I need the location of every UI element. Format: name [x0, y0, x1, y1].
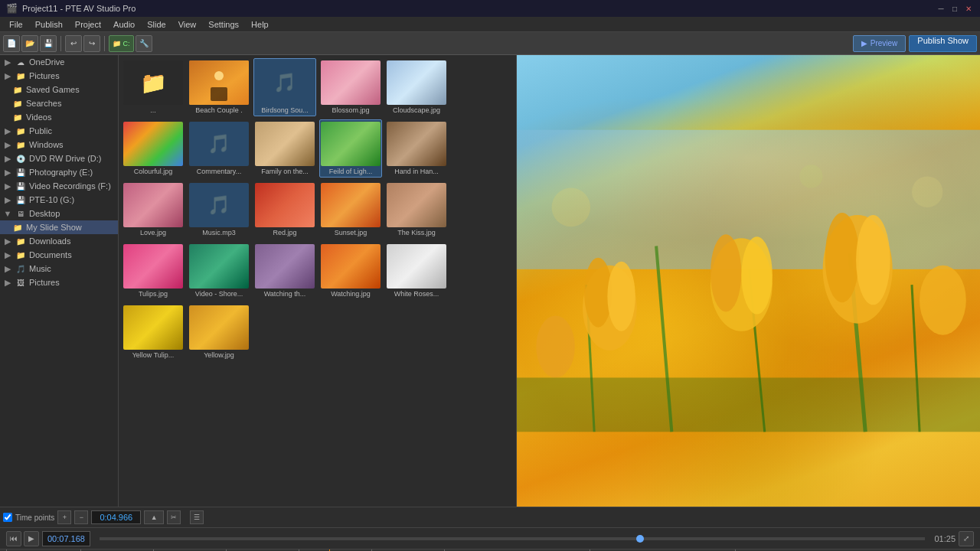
sidebar-label-documents: Documents — [29, 250, 72, 259]
sidebar-item-desktop[interactable]: ▼ 🖥 Desktop — [0, 207, 118, 220]
menu-file[interactable]: File — [3, 17, 29, 32]
menu-slide[interactable]: Slide — [141, 17, 172, 32]
sidebar-item-downloads[interactable]: ▶ 📁 Downloads — [0, 234, 118, 248]
menu-publish[interactable]: Publish — [29, 17, 69, 32]
file-item-family[interactable]: Family on the... — [253, 119, 316, 178]
menu-settings[interactable]: Settings — [202, 17, 245, 32]
menu-help[interactable]: Help — [245, 17, 275, 32]
file-name-music: Music.mp3 — [202, 229, 236, 236]
file-name-sunset: Sunset.jpg — [335, 229, 368, 236]
file-item-parent[interactable]: 📁 ... — [122, 58, 185, 116]
sidebar-item-pictures[interactable]: ▶ 🖼 Pictures — [0, 276, 118, 289]
add-timepoint-button[interactable]: + — [57, 510, 71, 524]
file-name-colourful: Colourful.jpg — [134, 168, 173, 175]
svg-point-18 — [536, 316, 575, 378]
remove-timepoint-button[interactable]: − — [74, 510, 88, 524]
rewind-button[interactable]: ⏮ — [6, 531, 21, 546]
file-item-red[interactable]: Red.jpg — [253, 181, 316, 239]
sidebar-item-pictures-root[interactable]: ▶ 📁 Pictures — [0, 69, 118, 83]
drive-icon: 💾 — [15, 167, 26, 178]
sidebar-label-videorecordings: Video Recordings (F:) — [29, 181, 111, 191]
menu-bar: File Publish Project Audio Slide View Se… — [0, 17, 980, 32]
file-item-feildoflight[interactable]: Feild of Ligh... — [319, 119, 382, 178]
file-item-commentary[interactable]: 🎵 Commentary... — [188, 119, 250, 178]
sidebar-item-documents[interactable]: ▶ 📁 Documents — [0, 248, 118, 262]
timeline-scrubber[interactable] — [100, 537, 926, 540]
file-item-sunset[interactable]: Sunset.jpg — [319, 181, 382, 239]
svg-point-19 — [920, 266, 966, 335]
menu-view[interactable]: View — [172, 17, 203, 32]
file-item-music[interactable]: 🎵 Music.mp3 — [188, 181, 250, 239]
minimize-button[interactable]: ─ — [936, 3, 946, 14]
undo-button[interactable]: ↩ — [65, 35, 82, 52]
close-button[interactable]: ✕ — [963, 3, 974, 14]
svg-point-21 — [552, 188, 591, 227]
svg-point-23 — [799, 165, 822, 187]
file-name-beachcouple: Beach Couple . — [195, 106, 243, 114]
sidebar-label-public: Public — [29, 126, 52, 135]
tools-button[interactable]: 🔧 — [136, 35, 152, 52]
timepoint-up-button[interactable]: ▲ — [144, 510, 164, 524]
open-button[interactable]: 📂 — [21, 35, 38, 52]
file-name-blossom: Blossom.jpg — [332, 106, 369, 114]
file-thumb-colourful — [123, 122, 183, 166]
file-thumb-feildoflight — [321, 122, 381, 166]
file-item-cloudscape[interactable]: Cloudscape.jpg — [385, 58, 448, 116]
maximize-button[interactable]: □ — [949, 3, 960, 14]
pictures-icon: 🖼 — [15, 277, 26, 288]
sidebar-item-videos[interactable]: 📁 Videos — [0, 110, 118, 124]
file-name-feildoflight: Feild of Ligh... — [329, 168, 373, 175]
save-button[interactable]: 💾 — [40, 35, 57, 52]
file-thumb-watching — [321, 244, 381, 289]
publish-show-button[interactable]: Publish Show — [909, 35, 977, 52]
file-item-whiteroses[interactable]: White Roses... — [385, 242, 448, 300]
expand-timeline-button[interactable]: ⤢ — [959, 531, 974, 546]
sidebar-item-windows[interactable]: ▶ 📁 Windows — [0, 138, 118, 152]
sidebar-item-searches[interactable]: 📁 Searches — [0, 96, 118, 110]
redo-button[interactable]: ↪ — [83, 35, 100, 52]
sidebar-label-onedrive: OneDrive — [29, 57, 64, 67]
time-points-checkbox[interactable] — [3, 513, 12, 522]
toolbar-separator-1 — [60, 36, 61, 51]
sidebar-item-onedrive[interactable]: ▶ ☁ OneDrive — [0, 55, 118, 69]
file-item-watching[interactable]: Watching.jpg — [319, 242, 382, 300]
sidebar-item-photography[interactable]: ▶ 💾 Photography (E:) — [0, 165, 118, 179]
folder-icon: 📁 — [15, 249, 26, 260]
file-item-blossom[interactable]: Blossom.jpg — [319, 58, 382, 116]
svg-rect-2 — [211, 87, 227, 101]
play-button[interactable]: ▶ — [24, 531, 39, 546]
file-item-beachcouple[interactable]: Beach Couple . — [188, 58, 250, 116]
sidebar-item-pte10[interactable]: ▶ 💾 PTE-10 (G:) — [0, 193, 118, 207]
sidebar-item-music[interactable]: ▶ 🎵 Music — [0, 262, 118, 276]
file-item-handinhand[interactable]: Hand in Han... — [385, 119, 448, 178]
file-name-watching: Watching.jpg — [331, 290, 371, 298]
file-item-thekiss[interactable]: The Kiss.jpg — [385, 181, 448, 239]
preview-label: Preview — [871, 39, 898, 47]
file-item-tulips[interactable]: Tulips.jpg — [122, 242, 185, 300]
expand-icon: ▶ — [3, 126, 12, 136]
sidebar-item-public[interactable]: ▶ 📁 Public — [0, 124, 118, 138]
timepoint-scissors-button[interactable]: ✂ — [167, 510, 181, 524]
file-item-watchingth[interactable]: Watching th... — [253, 242, 316, 300]
preview-button[interactable]: ▶ Preview — [853, 35, 906, 52]
file-item-colourful[interactable]: Colourful.jpg — [122, 119, 185, 178]
file-item-videoshore[interactable]: Video - Shore... — [188, 242, 250, 300]
file-item-birdsong[interactable]: 🎵 Birdsong Sou... — [253, 58, 316, 116]
title-bar-controls[interactable]: ─ □ ✕ — [936, 3, 974, 14]
file-thumb-red — [255, 183, 315, 227]
new-button[interactable]: 📄 — [3, 35, 20, 52]
options-button[interactable]: ☰ — [190, 510, 204, 524]
file-item-love[interactable]: Love.jpg — [122, 181, 185, 239]
sidebar-item-dvd[interactable]: ▶ 💿 DVD RW Drive (D:) — [0, 152, 118, 165]
file-thumb-yellowtulip — [123, 305, 183, 350]
sidebar-item-videorecordings[interactable]: ▶ 💾 Video Recordings (F:) — [0, 179, 118, 193]
file-item-yellow[interactable]: Yellow.jpg — [188, 303, 250, 361]
menu-project[interactable]: Project — [69, 17, 107, 32]
add-files-button[interactable]: 📁 C: — [109, 35, 134, 52]
sidebar-item-myslideshow[interactable]: 📁 My Slide Show — [0, 220, 118, 234]
menu-audio[interactable]: Audio — [107, 17, 141, 32]
sidebar-item-savedgames[interactable]: 📁 Saved Games — [0, 83, 118, 96]
sidebar-label-savedgames: Saved Games — [26, 85, 80, 94]
scrubber-thumb[interactable] — [636, 535, 644, 543]
file-item-yellowtulip[interactable]: Yellow Tulip... — [122, 303, 185, 361]
